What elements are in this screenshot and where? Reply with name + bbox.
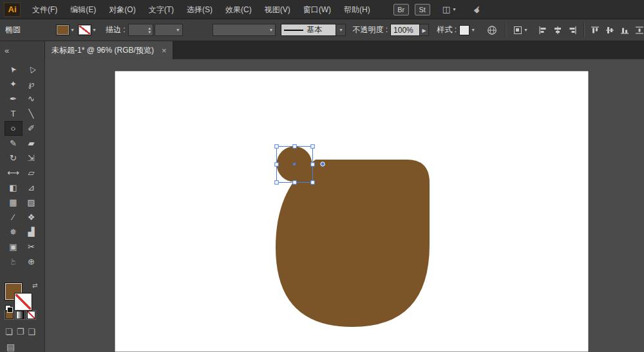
selection-center-point[interactable] [293,163,296,165]
menu-view[interactable]: 视图(V) [258,0,297,19]
perspective-grid-tool[interactable]: ⊿ [23,180,41,195]
align-top-icon[interactable] [591,26,600,35]
bridge-button[interactable]: Br [393,4,409,15]
none-button[interactable] [27,311,35,319]
zoom-tool[interactable]: ⊕ [23,254,41,269]
slice-tool[interactable]: ✂ [23,239,41,254]
selection-handle-n[interactable] [293,145,297,149]
selection-handle-sw[interactable] [275,181,279,185]
paintbrush-tool[interactable]: ✐ [23,121,41,136]
fill-color-swatch[interactable] [57,25,69,35]
selection-tool[interactable]: ➤ [5,62,23,77]
selection-handle-ne[interactable] [311,145,315,149]
stroke-weight-dropdown[interactable]: ▼ [155,24,183,36]
active-tool-label: 椭圆 [5,24,21,35]
stepper-down-icon[interactable]: ▼ [147,30,151,34]
fill-color-widget[interactable]: ▼ [57,25,75,35]
symbol-sprayer-tool[interactable]: ✵ [5,225,23,239]
blend-icon: ❖ [28,212,35,222]
eyedropper-tool[interactable]: ∕ [5,210,23,225]
toolbar-collapse-button[interactable]: « [0,41,45,59]
swap-fill-stroke-icon[interactable]: ⇄ [32,282,37,289]
width-profile-dropdown[interactable]: ▼ [213,24,276,36]
stroke-style-dropdown-button[interactable]: ▼ [336,24,346,36]
stroke-style-dropdown[interactable]: 基本 ▼ [281,24,346,36]
selection-handle-se[interactable] [311,181,315,185]
selection-handle-s[interactable] [293,181,297,185]
menu-file[interactable]: 文件(F) [26,0,64,19]
close-tab-icon[interactable]: × [162,46,167,55]
distribute-icon[interactable] [635,26,644,35]
style-widget[interactable]: ▼ [459,25,475,35]
column-graph-tool[interactable]: ▟ [23,225,41,239]
draw-inside-icon[interactable]: ❑ [28,327,35,337]
rotate-tool[interactable]: ↻ [5,151,23,165]
width-tool[interactable]: ⟷ [5,165,23,180]
opacity-options-button[interactable]: ▸ [420,24,430,36]
hand-gesture-icon[interactable]: ☛ [471,3,484,15]
opacity-field[interactable]: 100% [390,24,420,36]
stroke-color-widget[interactable]: ▼ [79,25,97,35]
chevron-down-icon: ▼ [176,28,180,32]
screen-mode-button[interactable]: ▤ [6,342,15,352]
pencil-tool[interactable]: ✎ [5,136,23,151]
align-center-icon[interactable] [553,26,562,35]
workspace-switcher[interactable]: ◫ ▼ [442,5,457,14]
menu-type[interactable]: 文字(T) [142,0,180,19]
toolbar-stroke-swatch[interactable] [15,293,32,310]
free-transform-tool[interactable]: ▱ [23,165,41,180]
menu-edit[interactable]: 编辑(E) [64,0,102,19]
menu-window[interactable]: 窗口(W) [297,0,337,19]
gradient-button[interactable] [16,311,24,319]
align-right-icon[interactable] [568,26,577,35]
menu-select[interactable]: 选择(S) [180,0,219,19]
chevron-down-icon: ▼ [452,7,457,12]
canvas-area[interactable] [45,59,644,352]
eraser-tool[interactable]: ▰ [23,136,41,151]
fill-stroke-control: ⇄ [5,283,40,303]
align-middle-icon[interactable] [605,26,614,35]
align-bottom-icon[interactable] [620,26,629,35]
selection-handle-nw[interactable] [275,145,279,149]
scale-tool[interactable]: ⇲ [23,151,41,165]
stroke-none-swatch[interactable] [79,25,91,35]
hand-tool[interactable]: ☞ [5,254,23,269]
document-setup-globe-icon[interactable] [486,24,498,37]
artwork-shape[interactable] [276,160,430,327]
workspace-icon: ◫ [442,5,450,14]
draw-normal-icon[interactable]: ❏ [5,327,13,337]
document-tab[interactable]: 未标题-1* @ 96% (RGB/预览) × [45,41,173,59]
mesh-tool[interactable]: ▦ [5,195,23,210]
document-tab-title: 未标题-1* @ 96% (RGB/预览) [52,45,154,56]
menu-effect[interactable]: 效果(C) [219,0,258,19]
menu-help[interactable]: 帮助(H) [337,0,377,19]
shape-builder-tool[interactable]: ◧ [5,180,23,195]
live-shape-widget[interactable] [321,162,325,166]
selection-handle-e[interactable] [311,163,315,167]
gradient-tool[interactable]: ▨ [23,195,41,210]
stock-button[interactable]: St [415,4,430,15]
ellipse-icon: ○ [11,124,16,133]
align-to-dropdown[interactable]: ▼ [512,24,529,36]
ellipse-tool[interactable]: ○ [5,121,23,136]
curvature-icon: ∿ [28,94,35,104]
blend-tool[interactable]: ❖ [23,210,41,225]
artboard-tool[interactable]: ▣ [5,239,23,254]
type-tool[interactable]: T [5,106,23,121]
style-chip[interactable] [459,25,469,35]
tools-grid: ➤ ▷ ✦ ℘ ✒ ∿ T ╲ ○ ✐ ✎ ▰ ↻ ⇲ ⟷ ▱ ◧ ⊿ ▦ ▨ … [5,62,41,269]
magic-wand-tool[interactable]: ✦ [5,77,23,91]
line-segment-tool[interactable]: ╲ [23,106,41,121]
lasso-tool[interactable]: ℘ [23,77,41,91]
default-fill-stroke-icon[interactable] [5,305,11,311]
pen-tool[interactable]: ✒ [5,91,23,106]
align-left-icon[interactable] [538,26,547,35]
selection-handle-w[interactable] [275,163,279,167]
direct-selection-tool[interactable]: ▷ [23,62,41,77]
main-area: ➤ ▷ ✦ ℘ ✒ ∿ T ╲ ○ ✐ ✎ ▰ ↻ ⇲ ⟷ ▱ ◧ ⊿ ▦ ▨ … [0,59,644,352]
opacity-value: 100% [393,26,413,35]
draw-behind-icon[interactable]: ❐ [17,327,24,337]
curvature-tool[interactable]: ∿ [23,91,41,106]
menu-object[interactable]: 对象(O) [102,0,142,19]
stroke-weight-stepper[interactable]: ▲ ▼ [128,24,154,36]
